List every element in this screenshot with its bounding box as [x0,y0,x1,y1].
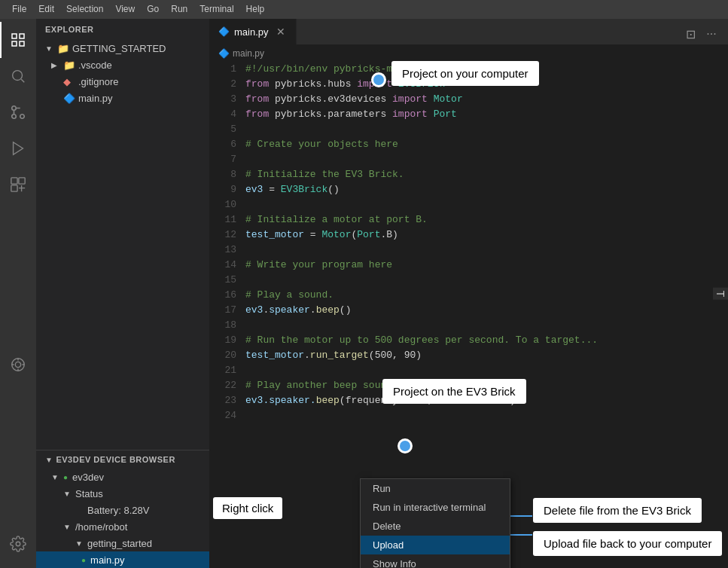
line-number: 20 [209,348,236,363]
code-line [245,243,716,258]
split-editor-button[interactable]: ⊡ [680,23,701,44]
robot-folder[interactable]: ▼ /home/robot [36,518,209,535]
breadcrumb: 🔷 main.py [209,45,728,62]
activity-explorer-icon[interactable] [0,22,36,58]
code-line: # Write your program here [245,258,716,273]
activity-source-control-icon[interactable] [0,94,36,130]
line-number: 2 [209,77,236,92]
getting-started-folder[interactable]: ▼ getting_started [36,535,209,551]
code-line [245,318,716,333]
line-numbers: 123456789101112131415161718192021222324 [209,62,245,568]
menu-selection[interactable]: Selection [60,0,109,19]
activity-settings-icon[interactable] [0,526,36,562]
line-number: 3 [209,92,236,107]
code-line [245,152,716,167]
line-number: 23 [209,393,236,408]
ev3dev-status-dot: ● [63,473,68,481]
menu-help[interactable]: Help [240,0,271,19]
chevron-right-icon: ▶ [51,61,63,69]
line-number: 21 [209,363,236,378]
battery-item: Battery: 8.28V [36,502,209,518]
ev3dev-label: ev3dev [72,472,104,483]
svg-point-3 [12,115,17,119]
folder-icon-vscode: 📁 [63,60,75,71]
gitignore-file[interactable]: ◆ .gitignore [36,73,209,90]
line-number: 13 [209,243,236,258]
code-line [245,197,716,212]
main-py-dot: ● [81,556,86,564]
code-line: from pybricks.parameters import Port [245,107,716,122]
activity-extensions-icon[interactable] [0,166,36,203]
menu-bar: File Edit Selection View Go Run Terminal… [0,0,728,19]
menu-terminal[interactable]: Terminal [193,0,239,19]
line-number: 10 [209,197,236,212]
tab-label: main.py [234,26,269,38]
line-number: 12 [209,228,236,243]
menu-view[interactable]: View [109,0,141,19]
context-run-interactive[interactable]: Run in interactive terminal [361,498,510,517]
tab-bar: 🔷 main.py ✕ ⊡ ··· [209,19,728,45]
context-show-info[interactable]: Show Info [361,554,510,568]
project-folder-label: GETTING_STARTED [72,43,166,54]
code-line: test_motor.run_target(500, 90) [245,348,716,363]
menu-file[interactable]: File [6,0,32,19]
svg-point-10 [16,542,20,546]
more-actions-button[interactable]: ··· [701,23,722,44]
svg-marker-4 [14,142,23,155]
line-number: 5 [209,122,236,137]
activity-bar [0,19,36,568]
chevron-down-icon: ▼ [45,44,57,53]
main-py-device[interactable]: ● main.py [36,551,209,568]
main-py-label: main.py [78,93,113,104]
project-folder[interactable]: ▼ 📁 GETTING_STARTED [36,40,209,56]
line-number: 22 [209,378,236,393]
line-number: 24 [209,408,236,423]
svg-rect-7 [11,185,17,191]
line-number: 18 [209,318,236,333]
line-number: 4 [209,107,236,122]
folder-icon: 📁 [57,43,69,54]
code-line [245,273,716,288]
tab-close-button[interactable]: ✕ [275,26,287,38]
menu-run[interactable]: Run [165,0,193,19]
context-upload[interactable]: Upload [361,536,510,554]
activity-debug-icon[interactable] [0,130,36,166]
breadcrumb-icon: 🔷 [218,48,230,59]
status-label: Status [75,488,103,499]
line-number: 15 [209,273,236,288]
svg-rect-6 [19,178,25,184]
gs-chevron: ▼ [75,539,87,548]
status-folder[interactable]: ▼ Status [36,485,209,502]
code-line: # Create your objects here [245,137,716,152]
editor-tab-main-py[interactable]: 🔷 main.py ✕ [209,19,297,44]
ev3dev-device[interactable]: ▼ ● ev3dev [36,469,209,485]
code-line: ev3.speaker.beep() [245,303,716,318]
line-number: 7 [209,152,236,167]
t-marker: T [713,287,728,300]
context-delete[interactable]: Delete [361,517,510,536]
menu-go[interactable]: Go [141,0,165,19]
line-number: 9 [209,182,236,197]
context-run[interactable]: Run [361,479,510,498]
breadcrumb-label: main.py [233,48,264,59]
svg-point-9 [15,362,20,367]
code-line: test_motor = Motor(Port.B) [245,228,716,243]
context-menu: Run Run in interactive terminal Delete U… [360,478,510,568]
callout-brick-box: Project on the EV3 Brick [382,379,526,404]
main-py-explorer[interactable]: 🔷 main.py [36,90,209,106]
menu-edit[interactable]: Edit [32,0,60,19]
device-browser-header[interactable]: ▼ EV3DEV DEVICE BROWSER [36,450,209,469]
svg-point-2 [20,115,25,119]
python-icon: 🔷 [63,93,75,104]
explorer-section: ▼ 📁 GETTING_STARTED ▶ 📁 .vscode ◆ .gitig… [36,40,209,450]
activity-ev3-icon[interactable] [0,347,36,383]
line-number: 1 [209,62,236,77]
code-line [245,363,716,378]
editor-area: 🔷 main.py ✕ ⊡ ··· 🔷 main.py 123456789101… [209,19,728,568]
tab-actions: ⊡ ··· [680,23,728,44]
svg-rect-5 [11,178,17,184]
line-number: 11 [209,212,236,228]
vscode-folder[interactable]: ▶ 📁 .vscode [36,56,209,73]
activity-search-icon[interactable] [0,58,36,94]
line-number: 14 [209,258,236,273]
